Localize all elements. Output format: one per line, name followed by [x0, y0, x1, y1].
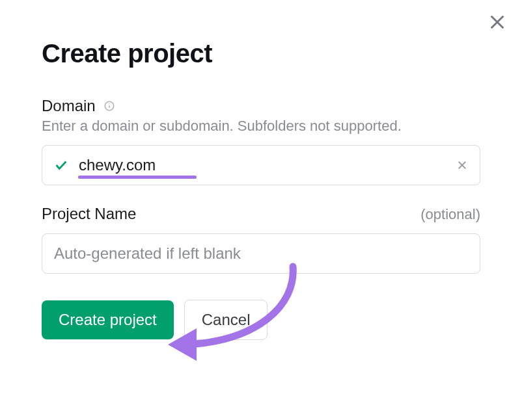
project-name-label: Project Name — [42, 205, 136, 223]
close-icon[interactable] — [488, 13, 506, 34]
modal-title: Create project — [42, 39, 480, 68]
check-icon — [54, 158, 68, 172]
project-name-input-wrap — [42, 233, 480, 274]
domain-input[interactable] — [79, 156, 456, 174]
create-project-button[interactable]: Create project — [42, 300, 174, 339]
accent-underline — [78, 176, 197, 179]
svg-point-4 — [109, 103, 110, 105]
clear-input-icon[interactable] — [456, 159, 468, 171]
button-row: Create project Cancel — [42, 300, 480, 340]
optional-label: (optional) — [420, 206, 480, 223]
project-name-input[interactable] — [54, 244, 468, 263]
cancel-button[interactable]: Cancel — [184, 300, 268, 340]
create-project-modal: Create project Domain Enter a domain or … — [0, 0, 522, 366]
domain-label: Domain — [42, 97, 96, 115]
info-icon[interactable] — [103, 100, 115, 112]
project-name-field: Project Name (optional) — [42, 205, 480, 274]
domain-field: Domain Enter a domain or subdomain. Subf… — [42, 97, 480, 185]
domain-input-wrap — [42, 145, 480, 185]
domain-helper-text: Enter a domain or subdomain. Subfolders … — [42, 118, 480, 135]
